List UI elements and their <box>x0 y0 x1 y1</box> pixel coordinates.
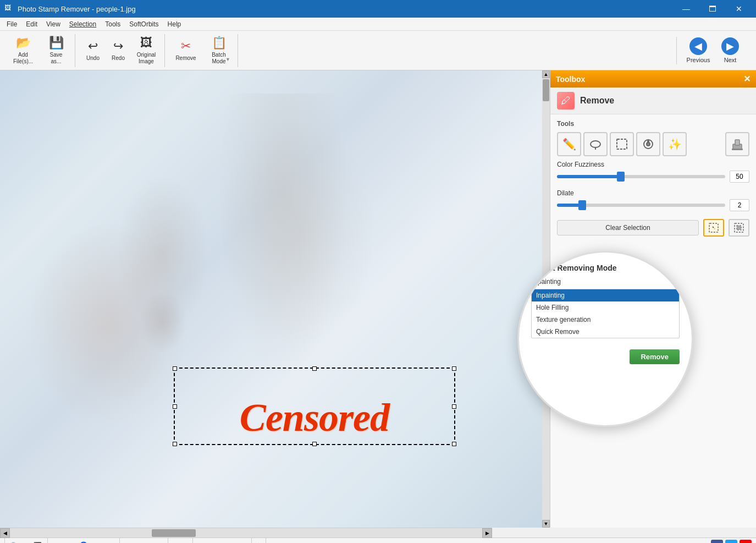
menu-edit[interactable]: Edit <box>21 19 42 29</box>
save-as-button[interactable]: 💾 Save as... <box>41 35 71 66</box>
scroll-up-arrow[interactable]: ▲ <box>542 70 550 78</box>
menu-bar: File Edit View Selection Tools SoftOrbit… <box>0 18 756 31</box>
add-files-icon: 📂 <box>16 36 31 50</box>
scroll-left-arrow[interactable]: ◀ <box>0 528 10 538</box>
batch-dropdown-arrow-icon: ▼ <box>225 57 230 62</box>
batch-mode-button[interactable]: 📋 Batch Mode ▼ <box>203 35 234 66</box>
youtube-icon[interactable]: ▶ <box>740 540 752 544</box>
scroll-down-arrow[interactable]: ▼ <box>542 520 550 528</box>
next-button[interactable]: ▶ Next <box>715 34 745 67</box>
previous-button[interactable]: ◀ Previous <box>683 34 713 67</box>
undo-icon: ↩ <box>88 39 98 53</box>
batch-mode-icon: 📋 <box>212 36 227 50</box>
save-icon: 💾 <box>49 36 64 50</box>
status-format: JPG <box>168 538 192 543</box>
remove-toolbar-icon: ✂ <box>181 39 191 53</box>
rect-select-tool-button[interactable] <box>610 132 634 156</box>
svg-point-4 <box>647 142 650 146</box>
menu-softorbits[interactable]: SoftOrbits <box>125 19 163 29</box>
canvas-wrap: Censored ▲ ▼ <box>0 70 550 528</box>
next-label: Next <box>724 57 737 63</box>
toolbox-close-button[interactable]: ✕ <box>743 74 751 84</box>
remove-section-title: Remove <box>580 96 614 106</box>
maximize-button[interactable]: 🗖 <box>700 0 725 18</box>
menu-help[interactable]: Help <box>163 19 186 29</box>
toolbar-file-group: 📂 Add File(s)... 💾 Save as... <box>4 34 75 67</box>
dilate-slider[interactable] <box>557 204 725 207</box>
menu-view[interactable]: View <box>42 19 65 29</box>
scroll-track-horizontal[interactable] <box>10 528 482 537</box>
ghost-figure-overlay <box>0 70 542 528</box>
smart-wand-tool-button[interactable]: ✨ <box>663 132 687 156</box>
select-mode-button[interactable] <box>703 219 724 237</box>
twitter-icon[interactable]: 🐦 <box>725 540 737 544</box>
pencil-tool-button[interactable]: ✏️ <box>557 132 581 156</box>
magic-wand-tool-button[interactable] <box>636 132 660 156</box>
svg-rect-11 <box>737 226 741 230</box>
object-removing-mode-label: Object Removing Mode <box>531 264 680 272</box>
status-zoom: 🔍 1:1 ⬛ <box>4 538 48 543</box>
svg-rect-6 <box>735 140 740 145</box>
color-fuzziness-fill <box>557 175 621 178</box>
clear-selection-row: Clear Selection <box>550 216 756 240</box>
next-circle-icon: ▶ <box>721 37 739 55</box>
deselect-mode-button[interactable] <box>729 219 749 237</box>
toolbar-undo-group: ↩ Undo ↪ Redo 🖼 Original Image <box>78 34 165 67</box>
menu-file[interactable]: File <box>2 19 21 29</box>
close-button[interactable]: ✕ <box>726 0 752 18</box>
tools-section: Tools ✏️ <box>550 114 756 158</box>
original-image-button[interactable]: 🖼 Original Image <box>131 35 161 66</box>
minimize-button[interactable]: — <box>674 0 699 18</box>
remove-toolbar-button[interactable]: ✂ Remove <box>170 35 201 66</box>
toolbar-remove-group: ✂ Remove 📋 Batch Mode ▼ <box>167 34 238 67</box>
color-fuzziness-slider[interactable] <box>557 175 725 178</box>
zoom-slider-input[interactable] <box>62 541 106 544</box>
stamp-tool-button[interactable] <box>725 132 749 156</box>
previous-circle-icon: ◀ <box>689 37 707 55</box>
status-dimensions: (1920x1280x24) <box>193 538 252 543</box>
dilate-label: Dilate <box>557 189 749 197</box>
batch-mode-label: Batch Mode <box>212 52 226 65</box>
option-inpainting[interactable]: Inpainting <box>532 289 679 301</box>
scroll-thumb-vertical[interactable] <box>543 79 549 101</box>
undo-label: Undo <box>86 55 100 62</box>
option-quick-remove[interactable]: Quick Remove <box>532 326 679 338</box>
status-info[interactable]: ℹ <box>252 538 266 543</box>
add-files-button[interactable]: 📂 Add File(s)... <box>8 35 38 66</box>
tools-section-label: Tools <box>557 120 749 128</box>
svg-rect-7 <box>732 149 743 150</box>
undo-button[interactable]: ↩ Undo <box>81 35 105 66</box>
canvas-area[interactable]: Censored <box>0 70 542 528</box>
toolbox-header: Toolbox ✕ <box>550 70 756 87</box>
toolbar-nav-group: ◀ Previous ▶ Next <box>676 34 752 67</box>
toolbox-title: Toolbox <box>556 75 585 84</box>
object-removing-mode-current: Inpainting <box>531 278 680 286</box>
color-fuzziness-value[interactable]: 50 <box>730 171 749 183</box>
option-hole-filling[interactable]: Hole Filling <box>532 301 679 314</box>
dilate-thumb[interactable] <box>578 200 586 210</box>
add-files-label: Add File(s)... <box>13 52 33 65</box>
svg-point-0 <box>591 141 600 147</box>
horizontal-scrollbar[interactable]: ◀ ▶ <box>0 528 492 537</box>
color-fuzziness-thumb[interactable] <box>617 172 625 182</box>
dilate-value[interactable]: 2 <box>730 199 749 211</box>
svg-line-9 <box>713 227 715 229</box>
scroll-right-arrow[interactable]: ▶ <box>482 528 492 538</box>
scroll-thumb-horizontal[interactable] <box>152 529 196 537</box>
window-controls: — 🗖 ✕ <box>674 0 752 18</box>
facebook-icon[interactable]: f <box>711 540 723 544</box>
color-fuzziness-label: Color Fuzziness <box>557 161 749 168</box>
dropdown-circle-popup: Object Removing Mode Inpainting Inpainti… <box>517 251 693 427</box>
menu-selection[interactable]: Selection <box>65 19 101 29</box>
redo-button[interactable]: ↪ Redo <box>106 35 130 66</box>
tools-row: ✏️ <box>557 132 749 156</box>
remove-section-icon-box: 🖊 <box>557 92 575 109</box>
status-zoom-slider[interactable]: − + <box>48 538 120 543</box>
original-image-label: Original Image <box>137 52 156 65</box>
clear-selection-button[interactable]: Clear Selection <box>557 220 699 235</box>
lasso-tool-button[interactable] <box>583 132 608 156</box>
menu-tools[interactable]: Tools <box>101 19 125 29</box>
option-texture-generation[interactable]: Texture generation <box>532 314 679 326</box>
remove-action-button[interactable]: Remove <box>630 349 680 364</box>
save-as-label: Save as... <box>50 52 63 65</box>
